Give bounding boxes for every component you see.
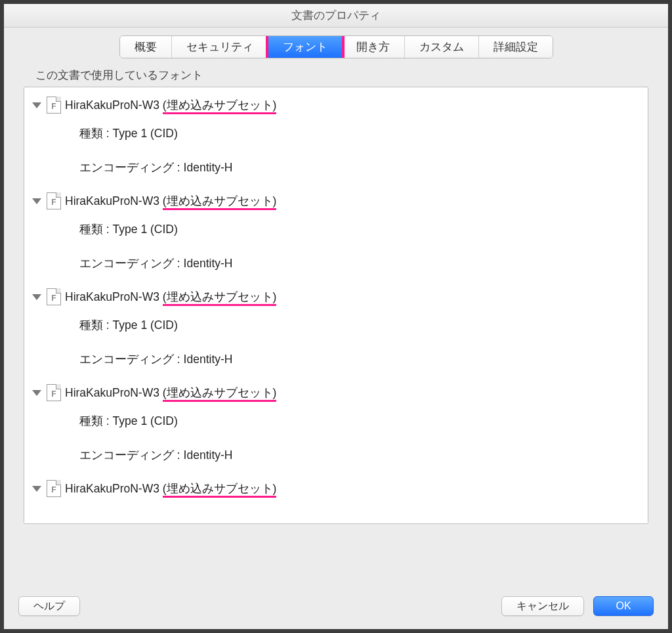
font-details: 種類 : Type 1 (CID)エンコーディング : Identity-H <box>30 307 642 382</box>
tab-fonts-highlight: フォント <box>268 36 342 58</box>
font-embed-subset-note: (埋め込みサブセット) <box>163 482 277 498</box>
font-entry-header[interactable]: FHiraKakuProN-W3 (埋め込みサブセット) <box>30 95 642 115</box>
font-entry: FHiraKakuProN-W3 (埋め込みサブセット)種類 : Type 1 … <box>30 191 642 286</box>
dialog-content: 概要 セキュリティ フォント 開き方 カスタム 詳細設定 この文書で使用している… <box>4 28 668 583</box>
disclosure-triangle-icon[interactable] <box>32 198 41 204</box>
font-details: 種類 : Type 1 (CID)エンコーディング : Identity-H <box>30 403 642 477</box>
disclosure-triangle-icon[interactable] <box>32 390 41 396</box>
font-name-label: HiraKakuProN-W3 (埋め込みサブセット) <box>65 97 276 113</box>
font-name-label: HiraKakuProN-W3 (埋め込みサブセット) <box>65 193 276 209</box>
window-titlebar: 文書のプロパティ <box>4 4 668 28</box>
font-entry: FHiraKakuProN-W3 (埋め込みサブセット)種類 : Type 1 … <box>30 383 642 477</box>
font-name-text: HiraKakuProN-W3 <box>65 386 163 399</box>
font-file-icon: F <box>47 192 61 209</box>
help-button[interactable]: ヘルプ <box>18 596 80 616</box>
tab-custom[interactable]: カスタム <box>405 36 479 58</box>
font-type-row: 種類 : Type 1 (CID) <box>79 413 642 429</box>
font-entry-header[interactable]: FHiraKakuProN-W3 (埋め込みサブセット) <box>30 479 642 498</box>
font-file-icon: F <box>47 480 61 497</box>
tab-bar: 概要 セキュリティ フォント 開き方 カスタム 詳細設定 <box>24 35 648 58</box>
font-list-panel[interactable]: FHiraKakuProN-W3 (埋め込みサブセット)種類 : Type 1 … <box>24 87 648 524</box>
tab-initial-view[interactable]: 開き方 <box>342 36 405 58</box>
font-file-icon: F <box>47 97 61 114</box>
tab-bar-inner: 概要 セキュリティ フォント 開き方 カスタム 詳細設定 <box>119 35 553 58</box>
font-entry: FHiraKakuProN-W3 (埋め込みサブセット) <box>30 479 642 498</box>
font-name-text: HiraKakuProN-W3 <box>65 194 163 207</box>
font-file-icon-glyph: F <box>51 390 56 398</box>
font-name-text: HiraKakuProN-W3 <box>65 98 163 112</box>
tab-fonts[interactable]: フォント <box>268 36 342 58</box>
font-file-icon: F <box>47 384 61 401</box>
font-entry: FHiraKakuProN-W3 (埋め込みサブセット)種類 : Type 1 … <box>30 287 642 382</box>
tab-advanced[interactable]: 詳細設定 <box>479 36 553 58</box>
font-encoding-row: エンコーディング : Identity-H <box>79 160 642 175</box>
font-entry: FHiraKakuProN-W3 (埋め込みサブセット)種類 : Type 1 … <box>30 95 642 190</box>
font-details: 種類 : Type 1 (CID)エンコーディング : Identity-H <box>30 211 642 286</box>
font-file-icon-glyph: F <box>51 294 56 302</box>
section-label: この文書で使用しているフォント <box>35 68 648 83</box>
font-name-label: HiraKakuProN-W3 (埋め込みサブセット) <box>65 385 276 401</box>
font-type-row: 種類 : Type 1 (CID) <box>79 317 642 333</box>
ok-button[interactable]: OK <box>593 596 654 616</box>
font-name-label: HiraKakuProN-W3 (埋め込みサブセット) <box>65 289 276 305</box>
disclosure-triangle-icon[interactable] <box>32 294 41 300</box>
font-embed-subset-note: (埋め込みサブセット) <box>163 98 277 114</box>
font-details: 種類 : Type 1 (CID)エンコーディング : Identity-H <box>30 115 642 190</box>
font-entry-header[interactable]: FHiraKakuProN-W3 (埋め込みサブセット) <box>30 191 642 211</box>
tab-security[interactable]: セキュリティ <box>172 36 268 58</box>
font-file-icon: F <box>47 288 61 305</box>
font-encoding-row: エンコーディング : Identity-H <box>79 351 642 367</box>
font-entry-header[interactable]: FHiraKakuProN-W3 (埋め込みサブセット) <box>30 383 642 403</box>
window-title: 文書のプロパティ <box>291 8 381 23</box>
disclosure-triangle-icon[interactable] <box>32 102 41 108</box>
font-embed-subset-note: (埋め込みサブセット) <box>163 290 277 306</box>
font-embed-subset-note: (埋め込みサブセット) <box>163 194 277 210</box>
font-type-row: 種類 : Type 1 (CID) <box>79 125 642 141</box>
font-name-text: HiraKakuProN-W3 <box>65 482 163 495</box>
font-file-icon-glyph: F <box>51 102 56 110</box>
font-entry-header[interactable]: FHiraKakuProN-W3 (埋め込みサブセット) <box>30 287 642 307</box>
font-file-icon-glyph: F <box>51 198 56 206</box>
font-encoding-row: エンコーディング : Identity-H <box>79 447 642 463</box>
cancel-button[interactable]: キャンセル <box>501 596 584 616</box>
font-type-row: 種類 : Type 1 (CID) <box>79 221 642 237</box>
disclosure-triangle-icon[interactable] <box>32 486 41 492</box>
font-encoding-row: エンコーディング : Identity-H <box>79 255 642 271</box>
font-name-label: HiraKakuProN-W3 (埋め込みサブセット) <box>65 481 276 496</box>
font-file-icon-glyph: F <box>51 486 56 494</box>
button-bar: ヘルプ キャンセル OK <box>4 583 668 629</box>
font-embed-subset-note: (埋め込みサブセット) <box>163 386 277 402</box>
tab-summary[interactable]: 概要 <box>120 36 172 58</box>
font-name-text: HiraKakuProN-W3 <box>65 290 163 303</box>
